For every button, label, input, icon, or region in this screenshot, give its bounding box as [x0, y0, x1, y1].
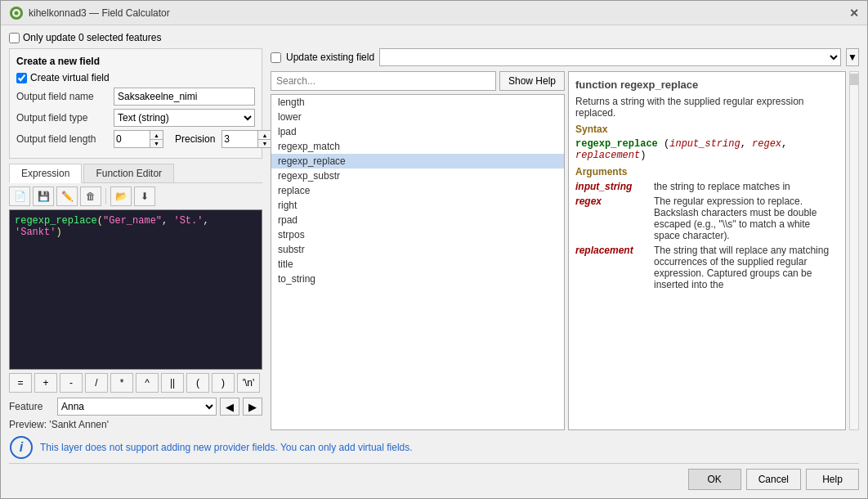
next-feature-button[interactable]: ▶ [243, 398, 262, 416]
preview-label: Preview: [9, 419, 47, 430]
func-item-lpad[interactable]: lpad [271, 124, 564, 139]
load-button[interactable]: 📂 [110, 187, 132, 206]
op-close-paren[interactable]: ) [212, 373, 235, 393]
help-arg-replacement: replacement The string that will replace… [575, 245, 839, 290]
length-spinbox: ▲ ▼ [114, 130, 163, 148]
bottom-area: i This layer does not support adding new… [9, 430, 859, 498]
length-up-arrow[interactable]: ▲ [150, 130, 163, 139]
update-field-select[interactable] [379, 48, 841, 66]
help-arguments-label: Arguments [575, 166, 839, 178]
func-item-length[interactable]: length [271, 95, 564, 110]
expr-function: regexp_replace [15, 215, 97, 227]
output-type-row: Output field type Text (string) [16, 109, 255, 127]
func-item-rpad[interactable]: rpad [271, 213, 564, 227]
func-item-to-string[interactable]: to_string [271, 272, 564, 286]
output-length-label: Output field length [16, 133, 110, 145]
virtual-field-label: Create virtual field [30, 72, 110, 83]
help-syntax-label: Syntax [575, 124, 839, 135]
output-type-label: Output field type [16, 112, 110, 124]
help-arg-input-string: input_string the string to replace match… [575, 181, 839, 192]
edit-button[interactable]: ✏️ [56, 187, 78, 206]
expression-editor[interactable]: regexp_replace("Ger_name", 'St.', 'Sankt… [9, 209, 262, 370]
op-plus[interactable]: + [34, 373, 57, 393]
help-description: Returns a string with the supplied regul… [575, 96, 839, 119]
svg-text:i: i [20, 440, 24, 454]
syntax-func-name: regexp_replace [575, 138, 658, 150]
window-title: kihelkonnad3 — Field Calculator [29, 7, 170, 19]
preview-value: 'Sankt Annen' [49, 419, 109, 430]
op-equals[interactable]: = [9, 373, 32, 393]
precision-arrows: ▲ ▼ [258, 130, 271, 148]
func-item-substr[interactable]: substr [271, 242, 564, 257]
op-divide[interactable]: / [85, 373, 108, 393]
output-name-input[interactable] [114, 88, 255, 106]
right-panel-inner: Show Help length lower lpad regexp_match… [271, 71, 859, 430]
feature-label: Feature [9, 401, 54, 412]
op-newline[interactable]: '\n' [237, 373, 260, 393]
func-item-regexp-match[interactable]: regexp_match [271, 139, 564, 154]
preview-row: Preview: 'Sankt Annen' [9, 419, 262, 430]
virtual-field-checkbox[interactable] [16, 73, 27, 83]
export-button[interactable]: ⬇ [134, 187, 155, 206]
scrollbar-thumb [850, 74, 858, 85]
output-type-select[interactable]: Text (string) [114, 109, 255, 127]
update-dropdown-arrow[interactable]: ▼ [846, 48, 859, 66]
expr-arg1: "Ger_name" [103, 215, 162, 227]
new-button[interactable]: 📄 [9, 187, 30, 206]
op-minus[interactable]: - [60, 373, 83, 393]
op-concat[interactable]: || [161, 373, 184, 393]
length-input[interactable] [114, 130, 150, 148]
precision-input[interactable] [221, 130, 258, 148]
main-sections: Create a new field Create virtual field … [9, 48, 859, 430]
qgis-logo-icon [9, 6, 24, 20]
func-item-right[interactable]: right [271, 198, 564, 213]
precision-down-arrow[interactable]: ▼ [258, 139, 271, 148]
info-text: This layer does not support adding new p… [40, 442, 413, 453]
only-update-checkbox[interactable] [9, 33, 20, 43]
feature-select[interactable]: Anna [57, 398, 217, 416]
help-title: function regexp_replace [575, 79, 839, 91]
func-item-lower[interactable]: lower [271, 110, 564, 124]
arg-name-regex: regex [575, 196, 649, 241]
delete-button[interactable]: 🗑 [80, 187, 101, 206]
arg-name-replacement: replacement [575, 245, 649, 290]
func-item-title[interactable]: title [271, 257, 564, 272]
precision-up-arrow[interactable]: ▲ [258, 130, 271, 139]
expression-tab[interactable]: Expression [9, 164, 82, 183]
op-open-paren[interactable]: ( [186, 373, 209, 393]
func-item-regexp-substr[interactable]: regexp_substr [271, 169, 564, 183]
close-button[interactable]: ✕ [849, 7, 859, 20]
tabs-row: Expression Function Editor [9, 164, 262, 183]
function-editor-tab[interactable]: Function Editor [83, 164, 174, 182]
create-field-title: Create a new field [16, 56, 255, 67]
func-item-regexp-replace[interactable]: regexp_replace [271, 154, 564, 169]
info-circle-icon: i [10, 436, 33, 459]
help-scrollbar[interactable] [849, 71, 859, 430]
length-down-arrow[interactable]: ▼ [150, 139, 163, 148]
svg-point-2 [15, 11, 19, 15]
show-help-button[interactable]: Show Help [499, 71, 565, 91]
output-length-row: Output field length ▲ ▼ Precision [16, 130, 255, 148]
search-input[interactable] [271, 71, 496, 91]
only-update-label: Only update 0 selected features [23, 32, 161, 43]
ok-button[interactable]: OK [688, 469, 741, 490]
precision-spinbox: ▲ ▼ [221, 130, 271, 148]
functions-list-container: length lower lpad regexp_match regexp_re… [271, 94, 565, 430]
func-item-replace[interactable]: replace [271, 183, 564, 198]
left-panel: Create a new field Create virtual field … [9, 48, 262, 430]
update-field-row: Update existing field ▼ [271, 48, 859, 66]
save-button[interactable]: 💾 [33, 187, 54, 206]
info-icon: i [9, 435, 34, 460]
help-panel: function regexp_replace Returns a string… [568, 71, 846, 430]
op-power[interactable]: ^ [136, 373, 159, 393]
prev-feature-button[interactable]: ◀ [220, 398, 239, 416]
help-button[interactable]: Help [806, 469, 859, 490]
help-syntax: regexp_replace (input_string, regex, rep… [575, 138, 839, 161]
cancel-button[interactable]: Cancel [746, 469, 801, 490]
window-body: Only update 0 selected features Create a… [1, 25, 867, 498]
func-item-strpos[interactable]: strpos [271, 227, 564, 242]
update-existing-checkbox[interactable] [271, 52, 281, 63]
right-panel: Update existing field ▼ Show Help [271, 48, 859, 430]
op-multiply[interactable]: * [110, 373, 133, 393]
output-name-row: Output field name [16, 88, 255, 106]
